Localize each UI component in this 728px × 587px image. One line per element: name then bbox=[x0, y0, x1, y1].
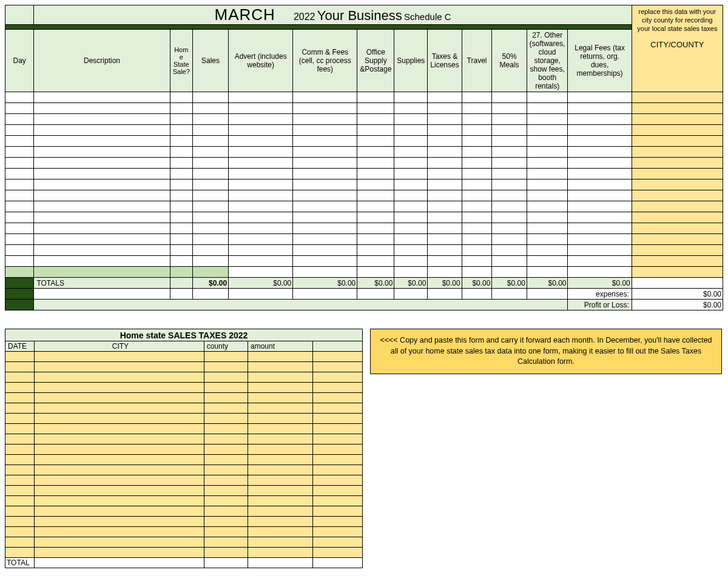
data-row[interactable] bbox=[5, 223, 723, 234]
col-comm-fees: Comm & Fees (cell, cc process fees) bbox=[293, 30, 357, 92]
total-office: $0.00 bbox=[357, 278, 394, 289]
title-bar: MARCH 2022 Your Business Schedule C bbox=[34, 5, 632, 25]
data-row[interactable] bbox=[5, 234, 723, 245]
data-row[interactable] bbox=[5, 103, 723, 114]
col-taxes: Taxes & Licenses bbox=[428, 30, 462, 92]
stax-row[interactable] bbox=[5, 548, 363, 558]
total-travel: $0.00 bbox=[462, 278, 492, 289]
stax-row[interactable] bbox=[5, 517, 363, 527]
col-other: 27. Other (softwares, cloud storage, sho… bbox=[527, 30, 568, 92]
totals-label: TOTALS bbox=[34, 278, 170, 289]
expenses-value: $0.00 bbox=[632, 289, 723, 300]
spacer-row bbox=[5, 267, 723, 278]
month-label: MARCH bbox=[215, 5, 275, 24]
stax-row[interactable] bbox=[5, 403, 363, 414]
sales-tax-title: Home state SALES TAXES 2022 bbox=[5, 329, 363, 341]
profit-loss-row: Profit or Loss: $0.00 bbox=[5, 300, 723, 310]
data-row[interactable] bbox=[5, 169, 723, 179]
stax-row[interactable] bbox=[5, 465, 363, 475]
schedule-label: Schedule C bbox=[404, 12, 451, 22]
stax-col-city: CITY bbox=[35, 341, 204, 352]
stax-col-county: county bbox=[204, 341, 248, 352]
corner-cell bbox=[5, 5, 34, 25]
stax-total-row: TOTAL bbox=[5, 558, 363, 568]
totals-row: TOTALS $0.00 $0.00 $0.00 $0.00 $0.00 $0.… bbox=[5, 278, 723, 289]
stax-row[interactable] bbox=[5, 455, 363, 465]
col-legal: Legal Fees (tax returns, org. dues, memb… bbox=[568, 30, 632, 92]
col-sales: Sales bbox=[192, 30, 228, 92]
data-row[interactable] bbox=[5, 114, 723, 125]
total-other: $0.00 bbox=[527, 278, 568, 289]
stax-col-extra bbox=[312, 341, 362, 352]
col-day: Day bbox=[5, 30, 34, 92]
data-row[interactable] bbox=[5, 212, 723, 223]
city-county-label: CITY/COUNTY bbox=[636, 40, 719, 50]
stax-row[interactable] bbox=[5, 424, 363, 434]
stax-row[interactable] bbox=[5, 506, 363, 517]
total-sales: $0.00 bbox=[192, 278, 228, 289]
data-row[interactable] bbox=[5, 245, 723, 256]
city-county-note: replace this data with your city county … bbox=[632, 5, 723, 92]
stax-row[interactable] bbox=[5, 383, 363, 393]
stax-row[interactable] bbox=[5, 527, 363, 537]
stax-col-amount: amount bbox=[248, 341, 313, 352]
expenses-row: expenses: $0.00 bbox=[5, 289, 723, 300]
tip-box: <<<< Copy and paste this form and carry … bbox=[370, 329, 722, 374]
data-row[interactable] bbox=[5, 158, 723, 169]
sales-tax-table: Home state SALES TAXES 2022 DATE CITY co… bbox=[5, 329, 363, 568]
stax-row[interactable] bbox=[5, 414, 363, 424]
total-advert: $0.00 bbox=[229, 278, 293, 289]
stax-total-label: TOTAL bbox=[5, 558, 35, 568]
col-travel: Travel bbox=[462, 30, 492, 92]
column-headers: Day Description HomeStateSale? Sales Adv… bbox=[5, 30, 723, 92]
ledger-table: MARCH 2022 Your Business Schedule C repl… bbox=[5, 5, 723, 310]
col-home-state: HomeStateSale? bbox=[170, 30, 192, 92]
tip-text: <<<< Copy and paste this form and carry … bbox=[380, 336, 712, 366]
total-comm: $0.00 bbox=[293, 278, 357, 289]
note-instruction: replace this data with your city county … bbox=[637, 8, 717, 32]
total-legal: $0.00 bbox=[568, 278, 632, 289]
data-row[interactable] bbox=[5, 179, 723, 190]
stax-row[interactable] bbox=[5, 372, 363, 383]
stax-row[interactable] bbox=[5, 393, 363, 403]
sales-tax-cols: DATE CITY county amount bbox=[5, 341, 363, 352]
dark-divider bbox=[5, 25, 723, 30]
total-meals: $0.00 bbox=[492, 278, 527, 289]
data-row[interactable] bbox=[5, 190, 723, 201]
stax-row[interactable] bbox=[5, 444, 363, 455]
business-name: Your Business bbox=[317, 8, 402, 23]
stax-row[interactable] bbox=[5, 496, 363, 506]
col-supplies: Supplies bbox=[394, 30, 428, 92]
stax-row[interactable] bbox=[5, 352, 363, 362]
stax-row[interactable] bbox=[5, 537, 363, 548]
stax-row[interactable] bbox=[5, 475, 363, 486]
col-description: Description bbox=[34, 30, 170, 92]
col-advert: Advert (includes website) bbox=[229, 30, 293, 92]
pl-label: Profit or Loss: bbox=[568, 300, 632, 310]
pl-value: $0.00 bbox=[632, 300, 723, 310]
data-row[interactable] bbox=[5, 147, 723, 158]
data-row[interactable] bbox=[5, 136, 723, 147]
col-office: Office Supply &Postage bbox=[357, 30, 394, 92]
data-row[interactable] bbox=[5, 256, 723, 267]
expenses-label: expenses: bbox=[568, 289, 632, 300]
year-label: 2022 bbox=[294, 12, 315, 22]
total-taxes: $0.00 bbox=[428, 278, 462, 289]
col-meals: 50% Meals bbox=[492, 30, 527, 92]
data-row[interactable] bbox=[5, 125, 723, 136]
total-supplies: $0.00 bbox=[394, 278, 428, 289]
stax-row[interactable] bbox=[5, 486, 363, 496]
stax-col-date: DATE bbox=[5, 341, 35, 352]
data-row[interactable] bbox=[5, 201, 723, 212]
stax-row[interactable] bbox=[5, 434, 363, 444]
data-row[interactable] bbox=[5, 92, 723, 103]
stax-row[interactable] bbox=[5, 362, 363, 372]
